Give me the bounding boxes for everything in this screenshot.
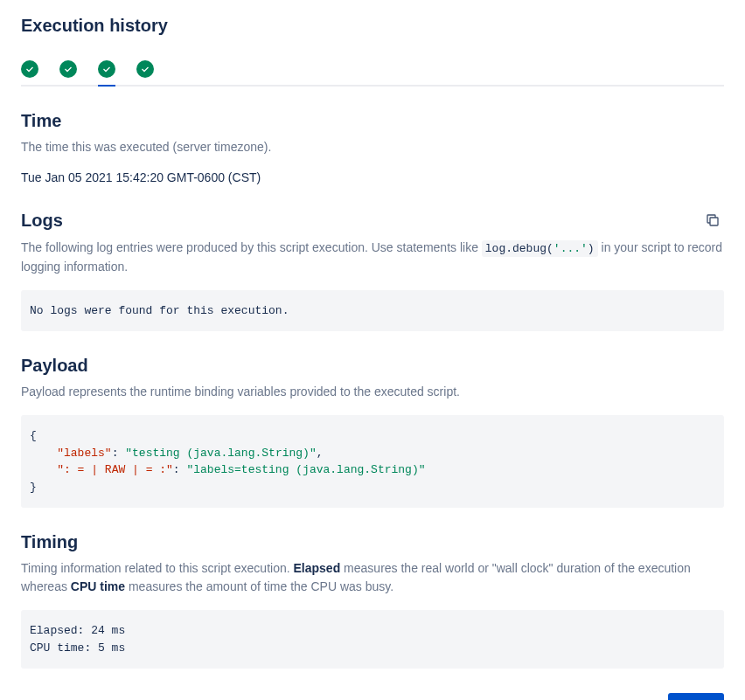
payload-json: { "labels": "testing (java.lang.String)"… xyxy=(21,415,724,508)
timing-section: Timing Timing information related to thi… xyxy=(21,532,724,669)
logs-description: The following log entries were produced … xyxy=(21,239,724,276)
time-heading: Time xyxy=(21,111,61,131)
execution-tabs xyxy=(21,60,724,87)
dialog-footer: Close xyxy=(21,669,724,700)
timing-output: Elapsed: 24 ms CPU time: 5 ms xyxy=(21,610,724,669)
payload-heading: Payload xyxy=(21,356,88,376)
payload-description: Payload represents the runtime binding v… xyxy=(21,383,724,401)
check-circle-icon xyxy=(136,60,154,78)
execution-tab-3[interactable] xyxy=(136,60,154,85)
time-section: Time The time this was executed (server … xyxy=(21,111,724,184)
svg-rect-0 xyxy=(710,218,718,225)
time-value: Tue Jan 05 2021 15:42:20 GMT-0600 (CST) xyxy=(21,170,724,184)
copy-logs-button[interactable] xyxy=(701,209,724,232)
close-button[interactable]: Close xyxy=(668,693,724,700)
logs-section: Logs The following log entries were prod… xyxy=(21,209,724,331)
timing-heading: Timing xyxy=(21,532,78,552)
log-debug-code: log.debug('...') xyxy=(482,240,598,257)
check-circle-icon xyxy=(98,60,115,78)
copy-icon xyxy=(705,212,721,228)
time-description: The time this was executed (server timez… xyxy=(21,138,724,156)
logs-heading: Logs xyxy=(21,211,63,231)
timing-description: Timing information related to this scrip… xyxy=(21,559,724,596)
execution-tab-1[interactable] xyxy=(59,60,77,85)
page-title: Execution history xyxy=(21,16,724,36)
check-circle-icon xyxy=(59,60,77,78)
execution-tab-2[interactable] xyxy=(98,60,115,85)
check-circle-icon xyxy=(21,60,38,78)
payload-section: Payload Payload represents the runtime b… xyxy=(21,356,724,508)
logs-output: No logs were found for this execution. xyxy=(21,290,724,332)
execution-tab-0[interactable] xyxy=(21,60,38,85)
